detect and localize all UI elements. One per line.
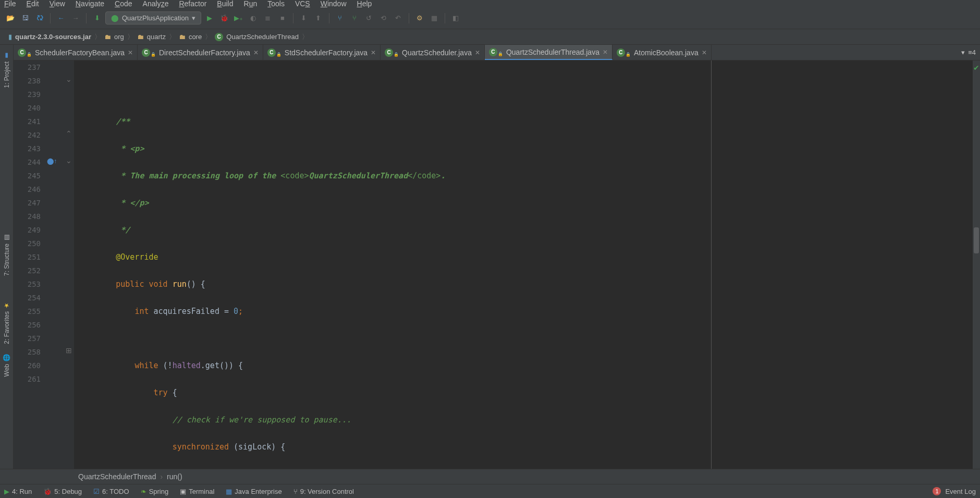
margin-guide (711, 60, 712, 469)
tool-window-project[interactable]: 1: Project▮ (2, 47, 12, 93)
line-number-gutter: 237238239 240241242 243244245 246247248 … (14, 60, 46, 469)
code-editor[interactable]: 237238239 240241242 243244245 246247248 … (14, 60, 980, 469)
spring-icon: ❧ (141, 488, 146, 495)
fold-collapse-icon[interactable]: ⌄ (66, 75, 72, 83)
tool-window-debug[interactable]: 🐞 5: Debug (43, 488, 82, 495)
tool-window-terminal[interactable]: ▣ Terminal (180, 488, 214, 495)
editor-tabs: C🔒 SchedulerFactoryBean.java ✕ C🔒 Direct… (14, 45, 980, 60)
coverage-icon[interactable]: ▶₊ (232, 12, 245, 25)
menu-run[interactable]: Run (244, 0, 258, 8)
tool-window-run[interactable]: ▶ 4: Run (4, 488, 32, 495)
history-icon[interactable]: ↺ (363, 12, 375, 25)
scroll-thumb[interactable] (974, 227, 979, 253)
tab-scheduler-factory-bean[interactable]: C🔒 SchedulerFactoryBean.java ✕ (14, 45, 138, 60)
tool-window-java-enterprise[interactable]: ▦ Java Enterprise (226, 488, 281, 495)
tabs-count: ≡4 (968, 48, 976, 56)
tab-direct-scheduler-factory[interactable]: C🔒 DirectSchedulerFactory.java ✕ (138, 45, 263, 60)
vcs-commit-icon[interactable]: ⬆ (312, 12, 325, 25)
build-icon[interactable]: ⬇ (91, 12, 103, 25)
crumb-class[interactable]: C QuartzSchedulerThread (211, 32, 303, 42)
menu-refactor[interactable]: Refactor (179, 0, 206, 8)
menu-view[interactable]: View (50, 0, 65, 8)
status-bar: ▶ 4: Run 🐞 5: Debug ☑ 6: TODO ❧ Spring ▣… (0, 484, 980, 498)
structure-icon[interactable]: ▦ (428, 12, 440, 25)
tab-quartz-scheduler-thread[interactable]: C🔒 QuartzSchedulerThread.java ✕ (485, 45, 612, 60)
undo-icon[interactable]: ↶ (392, 12, 405, 25)
status-label: Terminal (189, 488, 214, 495)
sync-icon[interactable]: 🗘 (33, 12, 46, 25)
tool-window-favorites[interactable]: 2: Favorites★ (2, 297, 12, 349)
tab-label: SchedulerFactoryBean.java (35, 48, 125, 57)
todo-icon: ☑ (93, 488, 100, 495)
code-content[interactable]: /** * <p> * The main processing loop of … (74, 60, 973, 469)
menu-tools[interactable]: Tools (267, 0, 285, 8)
navigation-breadcrumb: ▮ quartz-2.3.0-sources.jar 〉 🖿 org 〉 🖿 q… (0, 29, 980, 45)
stop-icon[interactable]: ■ (276, 12, 289, 25)
fold-collapse-icon[interactable]: ⌄ (66, 156, 72, 165)
tab-label: QuartzSchedulerThread.java (506, 48, 599, 56)
tabs-overflow[interactable]: ▾ ≡4 (957, 45, 980, 60)
notification-badge[interactable]: 1 (933, 487, 941, 495)
settings-icon[interactable]: ⚙ (413, 12, 426, 25)
tab-atomic-boolean[interactable]: C🔒 AtomicBoolean.java ✕ (612, 45, 712, 60)
tab-quartz-scheduler[interactable]: C🔒 QuartzScheduler.java ✕ (381, 45, 485, 60)
menu-window[interactable]: Window (321, 0, 347, 8)
chevron-right-icon: › (160, 472, 163, 481)
save-all-icon[interactable]: 🖫 (19, 12, 31, 25)
close-icon[interactable]: ✕ (475, 49, 480, 56)
override-icon[interactable]: ⬤↑ (47, 157, 57, 165)
jar-icon: ▮ (8, 33, 12, 41)
crumb-folder-org[interactable]: 🖿 org (100, 32, 128, 42)
crumb-jar[interactable]: ▮ quartz-2.3.0-sources.jar (4, 32, 95, 42)
menu-edit[interactable]: Edit (27, 0, 39, 8)
tab-label: DirectSchedulerFactory.java (159, 48, 250, 57)
menu-vcs[interactable]: VCS (295, 0, 310, 8)
revert-icon[interactable]: ⟲ (377, 12, 390, 25)
open-icon[interactable]: 📂 (4, 12, 17, 25)
folder-icon: 🖿 (104, 33, 111, 41)
status-right: 1 Event Log (933, 487, 976, 495)
profile-icon[interactable]: ◐ (247, 12, 260, 25)
back-icon[interactable]: ← (55, 12, 67, 25)
attach-icon[interactable]: ≣ (262, 12, 274, 25)
tool-window-spring[interactable]: ❧ Spring (141, 488, 169, 495)
menu-file[interactable]: File (4, 0, 16, 8)
close-icon[interactable]: ✕ (253, 49, 259, 56)
vcs-branch-icon[interactable]: ⑂ (348, 12, 361, 25)
tool-window-version-control[interactable]: ⑂ 9: Version Control (293, 488, 354, 495)
close-icon[interactable]: ✕ (702, 49, 707, 56)
menu-analyze[interactable]: Analyze (143, 0, 169, 8)
fold-collapse-icon[interactable]: ⌃ (66, 129, 72, 138)
more-icon[interactable]: ◧ (449, 12, 462, 25)
tool-window-web[interactable]: Web🌐 (2, 349, 12, 382)
close-icon[interactable]: ✕ (371, 49, 376, 56)
tab-label: AtomicBoolean.java (634, 48, 699, 57)
editor-area: C🔒 SchedulerFactoryBean.java ✕ C🔒 Direct… (14, 45, 980, 469)
menu-build[interactable]: Build (217, 0, 233, 8)
web-icon: 🌐 (3, 354, 10, 362)
fold-expand-icon[interactable]: ⊞ (66, 346, 72, 355)
tool-window-todo[interactable]: ☑ 6: TODO (93, 488, 129, 495)
tool-window-structure[interactable]: 7: Structure▥ (2, 229, 12, 281)
java-ee-icon: ▦ (226, 488, 232, 495)
run-icon[interactable]: ▶ (203, 12, 216, 25)
tab-std-scheduler-factory[interactable]: C🔒 StdSchedulerFactory.java ✕ (263, 45, 381, 60)
menu-navigate[interactable]: Navigate (76, 0, 104, 8)
run-configuration-dropdown[interactable]: ⬤ QuartzPlusApplication ▾ (105, 11, 201, 25)
branch-icon[interactable]: ⑂ (334, 12, 346, 25)
crumb-folder-quartz[interactable]: 🖿 quartz (133, 32, 170, 42)
folder-icon: 🖿 (179, 33, 186, 41)
breadcrumb-method[interactable]: run() (167, 472, 182, 481)
event-log-label[interactable]: Event Log (945, 488, 976, 495)
breadcrumb-class[interactable]: QuartzSchedulerThread (78, 472, 156, 481)
menu-code[interactable]: Code (115, 0, 132, 8)
vcs-update-icon[interactable]: ⬇ (298, 12, 310, 25)
status-label: Java Enterprise (235, 488, 281, 495)
crumb-folder-core[interactable]: 🖿 core (175, 32, 206, 42)
menu-help[interactable]: Help (357, 0, 372, 8)
debug-icon[interactable]: 🐞 (218, 12, 230, 25)
forward-icon[interactable]: → (69, 12, 82, 25)
vertical-scrollbar[interactable]: ✔ (973, 60, 980, 469)
close-icon[interactable]: ✕ (603, 48, 608, 56)
close-icon[interactable]: ✕ (128, 49, 133, 56)
